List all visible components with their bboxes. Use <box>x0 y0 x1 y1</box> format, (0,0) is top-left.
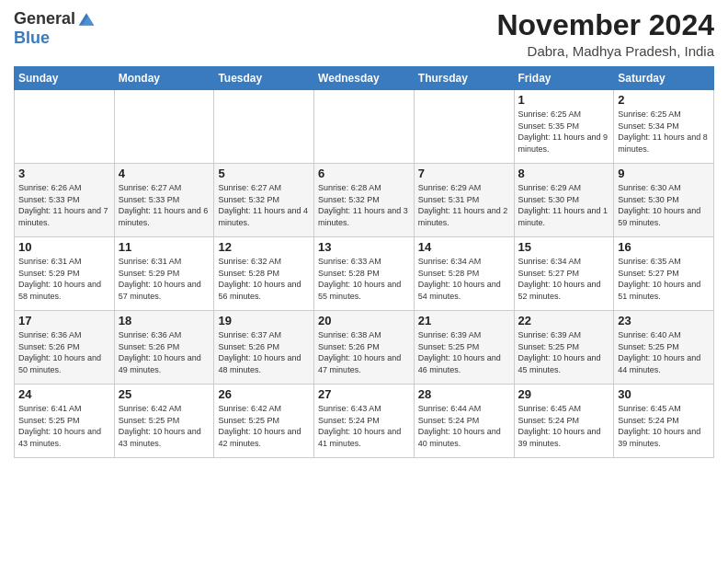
calendar-table: SundayMondayTuesdayWednesdayThursdayFrid… <box>14 66 714 458</box>
calendar-cell: 13Sunrise: 6:33 AM Sunset: 5:28 PM Dayli… <box>314 237 415 311</box>
day-number: 22 <box>518 314 610 327</box>
day-info: Sunrise: 6:29 AM Sunset: 5:31 PM Dayligh… <box>418 182 510 228</box>
day-number: 5 <box>218 167 310 180</box>
day-info: Sunrise: 6:25 AM Sunset: 5:35 PM Dayligh… <box>518 109 610 155</box>
day-number: 26 <box>218 387 310 401</box>
week-row-2: 3Sunrise: 6:26 AM Sunset: 5:33 PM Daylig… <box>15 164 714 237</box>
logo-general: General <box>14 9 75 29</box>
day-number: 12 <box>218 240 310 254</box>
day-info: Sunrise: 6:42 AM Sunset: 5:25 PM Dayligh… <box>119 403 210 449</box>
calendar-cell: 22Sunrise: 6:39 AM Sunset: 5:25 PM Dayli… <box>514 311 614 385</box>
day-number: 16 <box>618 240 710 254</box>
day-info: Sunrise: 6:35 AM Sunset: 5:27 PM Dayligh… <box>618 256 710 302</box>
calendar-cell: 7Sunrise: 6:29 AM Sunset: 5:31 PM Daylig… <box>414 164 514 237</box>
day-info: Sunrise: 6:27 AM Sunset: 5:33 PM Dayligh… <box>119 182 210 228</box>
day-info: Sunrise: 6:26 AM Sunset: 5:33 PM Dayligh… <box>18 182 110 228</box>
day-number: 3 <box>18 167 110 180</box>
weekday-header-tuesday: Tuesday <box>214 67 314 90</box>
logo-text: General <box>14 9 96 29</box>
calendar-cell: 2Sunrise: 6:25 AM Sunset: 5:34 PM Daylig… <box>614 90 714 164</box>
weekday-header-saturday: Saturday <box>614 67 714 90</box>
weekday-header-wednesday: Wednesday <box>314 67 415 90</box>
calendar-cell: 25Sunrise: 6:42 AM Sunset: 5:25 PM Dayli… <box>114 385 214 458</box>
day-number: 29 <box>518 387 610 401</box>
day-info: Sunrise: 6:45 AM Sunset: 5:24 PM Dayligh… <box>618 403 710 449</box>
calendar-cell: 15Sunrise: 6:34 AM Sunset: 5:27 PM Dayli… <box>514 237 614 311</box>
calendar-cell <box>314 90 415 164</box>
weekday-header-sunday: Sunday <box>15 67 115 90</box>
day-number: 7 <box>418 167 510 180</box>
logo-blue: Blue <box>14 29 50 48</box>
day-number: 15 <box>518 240 610 254</box>
location: Dabra, Madhya Pradesh, India <box>496 43 714 59</box>
day-number: 21 <box>418 314 510 327</box>
weekday-header-friday: Friday <box>514 67 614 90</box>
calendar-cell: 8Sunrise: 6:29 AM Sunset: 5:30 PM Daylig… <box>514 164 614 237</box>
page: General Blue November 2024 Dabra, Madhya… <box>0 0 728 563</box>
day-info: Sunrise: 6:31 AM Sunset: 5:29 PM Dayligh… <box>119 256 210 302</box>
day-info: Sunrise: 6:37 AM Sunset: 5:26 PM Dayligh… <box>218 329 310 375</box>
week-row-3: 10Sunrise: 6:31 AM Sunset: 5:29 PM Dayli… <box>15 237 714 311</box>
calendar-cell: 1Sunrise: 6:25 AM Sunset: 5:35 PM Daylig… <box>514 90 614 164</box>
day-info: Sunrise: 6:43 AM Sunset: 5:24 PM Dayligh… <box>318 403 410 449</box>
day-info: Sunrise: 6:39 AM Sunset: 5:25 PM Dayligh… <box>418 329 510 375</box>
calendar-cell: 12Sunrise: 6:32 AM Sunset: 5:28 PM Dayli… <box>214 237 314 311</box>
day-info: Sunrise: 6:28 AM Sunset: 5:32 PM Dayligh… <box>318 182 410 228</box>
day-info: Sunrise: 6:29 AM Sunset: 5:30 PM Dayligh… <box>518 182 610 228</box>
day-number: 9 <box>618 167 710 180</box>
day-info: Sunrise: 6:38 AM Sunset: 5:26 PM Dayligh… <box>318 329 410 375</box>
calendar-cell: 10Sunrise: 6:31 AM Sunset: 5:29 PM Dayli… <box>15 237 115 311</box>
calendar-cell <box>15 90 115 164</box>
calendar-cell: 5Sunrise: 6:27 AM Sunset: 5:32 PM Daylig… <box>214 164 314 237</box>
day-info: Sunrise: 6:31 AM Sunset: 5:29 PM Dayligh… <box>18 256 110 302</box>
day-number: 25 <box>119 387 210 401</box>
calendar-cell: 14Sunrise: 6:34 AM Sunset: 5:28 PM Dayli… <box>414 237 514 311</box>
day-number: 28 <box>418 387 510 401</box>
calendar-cell: 20Sunrise: 6:38 AM Sunset: 5:26 PM Dayli… <box>314 311 415 385</box>
week-row-4: 17Sunrise: 6:36 AM Sunset: 5:26 PM Dayli… <box>15 311 714 385</box>
day-number: 6 <box>318 167 410 180</box>
week-row-5: 24Sunrise: 6:41 AM Sunset: 5:25 PM Dayli… <box>15 385 714 458</box>
day-number: 24 <box>18 387 110 401</box>
day-number: 2 <box>618 93 710 107</box>
calendar-cell: 17Sunrise: 6:36 AM Sunset: 5:26 PM Dayli… <box>15 311 115 385</box>
calendar-cell: 30Sunrise: 6:45 AM Sunset: 5:24 PM Dayli… <box>614 385 714 458</box>
day-info: Sunrise: 6:36 AM Sunset: 5:26 PM Dayligh… <box>18 329 110 375</box>
calendar-cell <box>114 90 214 164</box>
calendar-cell: 26Sunrise: 6:42 AM Sunset: 5:25 PM Dayli… <box>214 385 314 458</box>
day-number: 18 <box>119 314 210 327</box>
logo: General Blue <box>14 9 96 48</box>
calendar-cell <box>414 90 514 164</box>
day-info: Sunrise: 6:27 AM Sunset: 5:32 PM Dayligh… <box>218 182 310 228</box>
day-info: Sunrise: 6:30 AM Sunset: 5:30 PM Dayligh… <box>618 182 710 228</box>
day-info: Sunrise: 6:41 AM Sunset: 5:25 PM Dayligh… <box>18 403 110 449</box>
calendar-cell: 4Sunrise: 6:27 AM Sunset: 5:33 PM Daylig… <box>114 164 214 237</box>
calendar-cell: 23Sunrise: 6:40 AM Sunset: 5:25 PM Dayli… <box>614 311 714 385</box>
day-number: 10 <box>18 240 110 254</box>
calendar-cell: 11Sunrise: 6:31 AM Sunset: 5:29 PM Dayli… <box>114 237 214 311</box>
day-number: 23 <box>618 314 710 327</box>
calendar-cell: 29Sunrise: 6:45 AM Sunset: 5:24 PM Dayli… <box>514 385 614 458</box>
day-info: Sunrise: 6:42 AM Sunset: 5:25 PM Dayligh… <box>218 403 310 449</box>
calendar-cell: 3Sunrise: 6:26 AM Sunset: 5:33 PM Daylig… <box>15 164 115 237</box>
day-info: Sunrise: 6:33 AM Sunset: 5:28 PM Dayligh… <box>318 256 410 302</box>
calendar-cell <box>214 90 314 164</box>
day-info: Sunrise: 6:39 AM Sunset: 5:25 PM Dayligh… <box>518 329 610 375</box>
day-info: Sunrise: 6:44 AM Sunset: 5:24 PM Dayligh… <box>418 403 510 449</box>
calendar-cell: 9Sunrise: 6:30 AM Sunset: 5:30 PM Daylig… <box>614 164 714 237</box>
calendar-cell: 28Sunrise: 6:44 AM Sunset: 5:24 PM Dayli… <box>414 385 514 458</box>
calendar-cell: 6Sunrise: 6:28 AM Sunset: 5:32 PM Daylig… <box>314 164 415 237</box>
header: General Blue November 2024 Dabra, Madhya… <box>14 9 714 59</box>
day-info: Sunrise: 6:34 AM Sunset: 5:28 PM Dayligh… <box>418 256 510 302</box>
calendar-cell: 27Sunrise: 6:43 AM Sunset: 5:24 PM Dayli… <box>314 385 415 458</box>
weekday-header-monday: Monday <box>114 67 214 90</box>
day-number: 1 <box>518 93 610 107</box>
calendar-cell: 19Sunrise: 6:37 AM Sunset: 5:26 PM Dayli… <box>214 311 314 385</box>
day-info: Sunrise: 6:32 AM Sunset: 5:28 PM Dayligh… <box>218 256 310 302</box>
day-info: Sunrise: 6:40 AM Sunset: 5:25 PM Dayligh… <box>618 329 710 375</box>
day-number: 14 <box>418 240 510 254</box>
calendar-cell: 16Sunrise: 6:35 AM Sunset: 5:27 PM Dayli… <box>614 237 714 311</box>
day-number: 4 <box>119 167 210 180</box>
day-info: Sunrise: 6:45 AM Sunset: 5:24 PM Dayligh… <box>518 403 610 449</box>
title-block: November 2024 Dabra, Madhya Pradesh, Ind… <box>496 9 714 59</box>
